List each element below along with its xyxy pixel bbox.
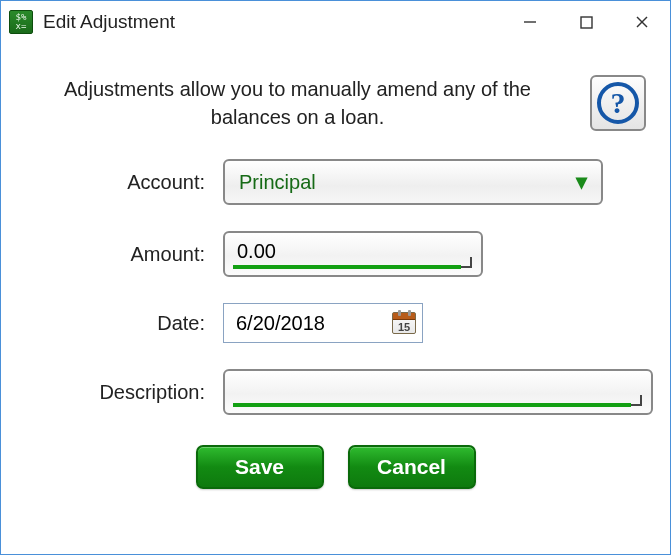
maximize-button[interactable] bbox=[558, 2, 614, 42]
app-icon: $% x= bbox=[9, 10, 33, 34]
form: Account: Principal ▾ Amount: Date: 15 De… bbox=[25, 159, 646, 415]
description-label: Description: bbox=[25, 381, 205, 404]
save-button[interactable]: Save bbox=[196, 445, 324, 489]
description-field[interactable] bbox=[223, 369, 653, 415]
help-icon: ? bbox=[597, 82, 639, 124]
description-input[interactable] bbox=[237, 378, 639, 407]
svg-rect-1 bbox=[581, 17, 592, 28]
calendar-icon[interactable]: 15 bbox=[392, 312, 416, 334]
chevron-down-icon: ▾ bbox=[576, 169, 587, 195]
minimize-icon bbox=[523, 15, 537, 29]
account-label: Account: bbox=[25, 171, 205, 194]
date-label: Date: bbox=[25, 312, 205, 335]
titlebar: $% x= Edit Adjustment bbox=[1, 1, 670, 43]
close-button[interactable] bbox=[614, 2, 670, 42]
help-button[interactable]: ? bbox=[590, 75, 646, 131]
account-value: Principal bbox=[239, 171, 316, 194]
account-dropdown[interactable]: Principal ▾ bbox=[223, 159, 603, 205]
field-corner-icon bbox=[627, 391, 645, 409]
amount-field[interactable] bbox=[223, 231, 483, 277]
field-corner-icon bbox=[457, 253, 475, 271]
amount-input[interactable] bbox=[237, 240, 469, 269]
close-icon bbox=[635, 15, 649, 29]
date-field[interactable]: 15 bbox=[223, 303, 423, 343]
date-input[interactable] bbox=[234, 311, 392, 336]
cancel-button-label: Cancel bbox=[377, 455, 446, 479]
save-button-label: Save bbox=[235, 455, 284, 479]
minimize-button[interactable] bbox=[502, 2, 558, 42]
window-title: Edit Adjustment bbox=[43, 11, 175, 33]
intro-text: Adjustments allow you to manually amend … bbox=[25, 75, 570, 131]
cancel-button[interactable]: Cancel bbox=[348, 445, 476, 489]
maximize-icon bbox=[580, 16, 593, 29]
amount-label: Amount: bbox=[25, 243, 205, 266]
